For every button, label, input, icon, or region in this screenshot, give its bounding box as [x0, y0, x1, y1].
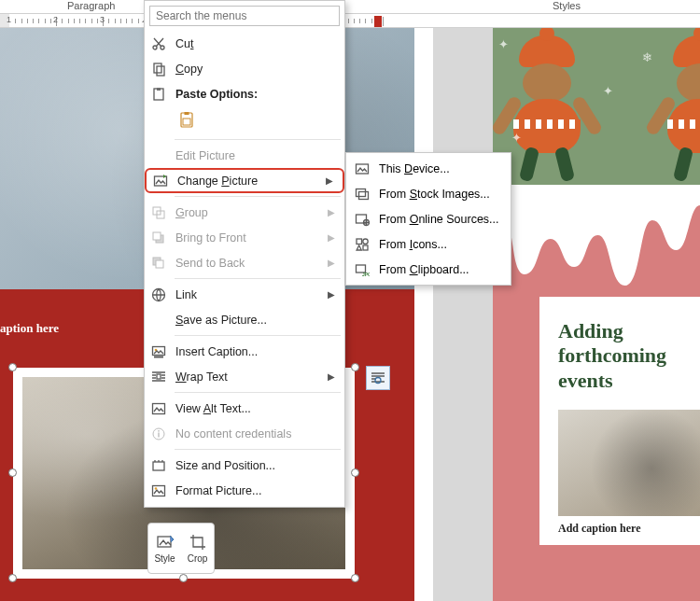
- svg-rect-27: [153, 485, 165, 496]
- menu-group: Group ▶: [145, 200, 344, 225]
- submenu-from-clipboard-label: From Clipboard...: [379, 263, 469, 276]
- svg-rect-29: [357, 164, 369, 174]
- menu-paste-heading-label: Paste Options:: [175, 88, 337, 101]
- chevron-right-icon: ▶: [326, 175, 335, 186]
- chevron-right-icon: ▶: [328, 371, 337, 382]
- menu-format-picture[interactable]: Format Picture...: [145, 478, 344, 503]
- info-icon: [150, 426, 167, 442]
- svg-point-1: [153, 46, 157, 49]
- submenu-stock-images[interactable]: From Stock Images...: [346, 181, 511, 206]
- send-to-back-icon: [150, 255, 167, 272]
- svg-rect-3: [154, 63, 161, 73]
- insert-caption-icon: [150, 343, 167, 360]
- menu-group-label: Group: [175, 206, 319, 219]
- events-heading[interactable]: Adding forthcoming events: [558, 319, 683, 393]
- resize-handle-bm[interactable]: [179, 574, 188, 582]
- online-icon: [354, 211, 371, 228]
- svg-rect-30: [357, 189, 366, 196]
- resize-handle-br[interactable]: [351, 574, 359, 582]
- events-caption[interactable]: Add caption here: [558, 522, 683, 536]
- menu-link[interactable]: Link ▶: [145, 282, 344, 307]
- svg-rect-24: [158, 432, 159, 437]
- elf-graphic-1: [502, 35, 592, 185]
- cut-icon: [150, 35, 167, 52]
- document-canvas[interactable]: aption here ✦✦❄✦ Adding forthcoming even…: [0, 28, 700, 601]
- right-indent-marker[interactable]: [374, 16, 382, 27]
- menu-size-and-position[interactable]: Size and Position...: [145, 453, 344, 478]
- svg-rect-16: [156, 260, 163, 268]
- menu-change-picture-label: Change Picture: [177, 175, 317, 188]
- menu-view-alt-text[interactable]: View Alt Text...: [145, 396, 344, 421]
- resize-handle-mr[interactable]: [351, 468, 359, 477]
- menu-paste-heading: Paste Options:: [145, 81, 344, 106]
- layout-options-button[interactable]: [366, 366, 390, 390]
- page-gap: [433, 28, 493, 601]
- menu-no-content-credentials: No content credentials: [145, 421, 344, 446]
- svg-rect-32: [357, 215, 367, 223]
- menu-bring-to-front: Bring to Front ▶: [145, 225, 344, 250]
- menu-no-content-credentials-label: No content credentials: [175, 427, 337, 440]
- menu-edit-picture: Edit Picture: [145, 143, 344, 168]
- menu-copy[interactable]: Copy: [145, 56, 344, 81]
- paste-icon: [150, 86, 167, 103]
- submenu-from-icons-label: From Icons...: [379, 238, 447, 251]
- elf-graphic-2: [656, 35, 700, 185]
- menu-change-picture[interactable]: Change Picture ▶: [145, 168, 344, 193]
- menu-insert-caption-label: Insert Caption...: [175, 345, 337, 358]
- menu-link-label: Link: [175, 288, 319, 301]
- page-right: ✦✦❄✦ Adding forthcoming events Add capti…: [493, 28, 700, 601]
- menu-wrap-text[interactable]: Wrap Text ▶: [145, 364, 344, 389]
- change-picture-submenu: This Device... From Stock Images... From…: [345, 152, 511, 286]
- picture-style-label: Style: [154, 553, 175, 564]
- menu-format-picture-label: Format Picture...: [175, 484, 337, 497]
- resize-handle-bl[interactable]: [8, 574, 17, 582]
- svg-rect-4: [157, 66, 164, 76]
- menu-cut-label: Cut: [175, 37, 337, 50]
- svg-rect-31: [359, 191, 369, 199]
- svg-point-35: [363, 239, 368, 244]
- svg-rect-10: [155, 176, 167, 186]
- link-icon: [150, 287, 167, 303]
- submenu-from-icons[interactable]: From Icons...: [346, 231, 511, 257]
- horizontal-ruler[interactable]: 12345678: [0, 13, 700, 28]
- picture-mini-toolbar: Style Crop: [147, 523, 215, 574]
- paste-option-picture[interactable]: [175, 108, 200, 133]
- chevron-right-icon: ▶: [328, 289, 337, 300]
- device-icon: [354, 161, 371, 177]
- clipboard-icon: JPG: [354, 261, 371, 278]
- events-photo[interactable]: [558, 410, 700, 516]
- submenu-online-sources[interactable]: From Online Sources...: [346, 206, 511, 231]
- picture-style-button[interactable]: Style: [148, 524, 181, 573]
- ribbon-group-paragraph: Paragraph: [67, 0, 115, 11]
- size-position-icon: [150, 457, 167, 474]
- submenu-online-sources-label: From Online Sources...: [379, 213, 499, 226]
- white-drip-shape: [493, 185, 700, 297]
- copy-icon: [150, 61, 167, 77]
- svg-rect-25: [158, 430, 159, 432]
- resize-handle-ml[interactable]: [8, 468, 17, 477]
- right-green-banner: ✦✦❄✦: [493, 28, 700, 194]
- submenu-this-device[interactable]: This Device...: [346, 156, 511, 181]
- alt-text-icon: [150, 400, 167, 417]
- menu-search-input[interactable]: [149, 6, 340, 26]
- resize-handle-tr[interactable]: [351, 363, 359, 371]
- menu-insert-caption[interactable]: Insert Caption...: [145, 339, 344, 364]
- picture-crop-button[interactable]: Crop: [181, 524, 214, 573]
- caption-left[interactable]: aption here: [0, 321, 59, 336]
- submenu-from-clipboard[interactable]: JPG From Clipboard...: [346, 257, 511, 282]
- menu-save-as-picture[interactable]: Save as Picture...: [145, 307, 344, 332]
- svg-rect-26: [153, 462, 164, 470]
- menu-save-as-picture-label: Save as Picture...: [175, 314, 337, 327]
- menu-edit-picture-label: Edit Picture: [175, 149, 337, 162]
- submenu-stock-images-label: From Stock Images...: [379, 188, 490, 201]
- group-icon: [150, 204, 167, 221]
- icons-icon: [354, 236, 371, 253]
- menu-wrap-text-label: Wrap Text: [175, 370, 319, 384]
- svg-rect-8: [185, 112, 189, 115]
- menu-cut[interactable]: Cut: [145, 31, 344, 56]
- context-menu: Cut Copy Paste Options: Edit Picture Cha…: [144, 0, 345, 508]
- svg-rect-6: [157, 88, 161, 91]
- menu-view-alt-text-label: View Alt Text...: [175, 402, 337, 415]
- right-card: Adding forthcoming events Add caption he…: [539, 297, 700, 545]
- resize-handle-tl[interactable]: [8, 363, 17, 371]
